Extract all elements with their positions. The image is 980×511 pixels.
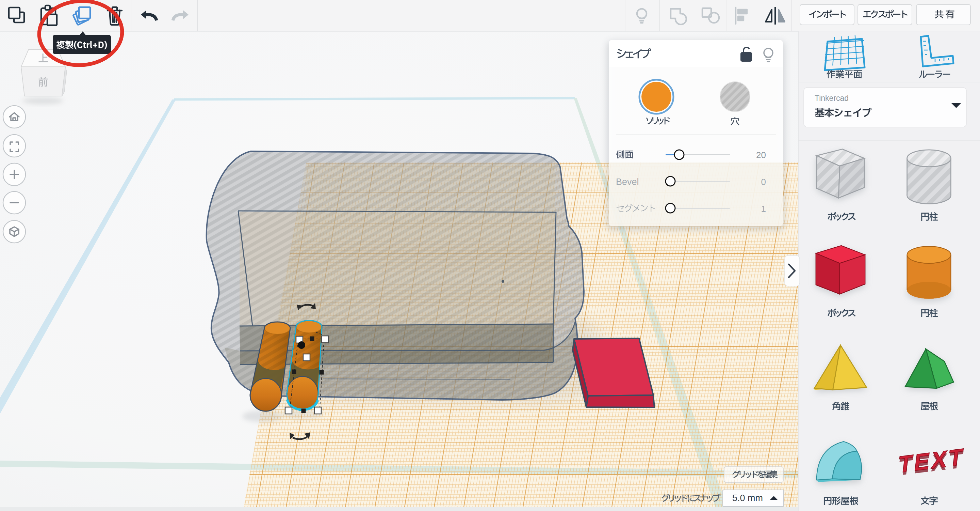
svg-text:20: 20: [756, 150, 766, 160]
svg-text:5.0 mm: 5.0 mm: [732, 493, 763, 503]
svg-text:1: 1: [761, 204, 766, 214]
svg-text:0: 0: [761, 177, 766, 187]
svg-text:Bevel: Bevel: [616, 177, 639, 187]
svg-text:Tinkercad: Tinkercad: [815, 94, 849, 102]
